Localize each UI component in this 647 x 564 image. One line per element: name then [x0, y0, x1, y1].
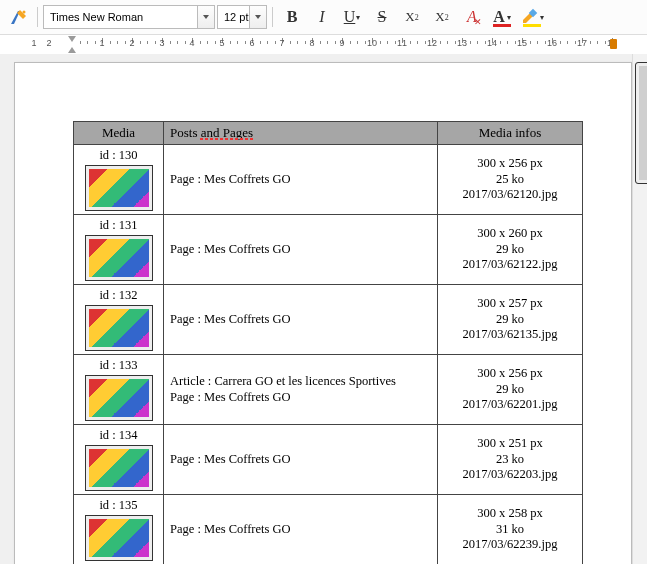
media-id: id : 132: [80, 288, 157, 303]
chevron-down-icon: [197, 6, 214, 28]
media-thumbnail: [85, 305, 153, 351]
clear-formatting-button[interactable]: A✕: [458, 3, 486, 31]
media-filesize: 29 ko: [444, 312, 576, 328]
media-path: 2017/03/62120.jpg: [444, 187, 576, 203]
horizontal-ruler[interactable]: 12123456789101112131415161718: [0, 35, 647, 56]
posts-cell: Page : Mes Coffrets GO: [164, 215, 438, 285]
col-header-media: Media: [74, 122, 164, 145]
media-id: id : 134: [80, 428, 157, 443]
media-cell: id : 133: [74, 355, 164, 425]
media-id: id : 133: [80, 358, 157, 373]
media-cell: id : 130: [74, 145, 164, 215]
media-dimensions: 300 x 257 px: [444, 296, 576, 312]
media-thumbnail: [85, 445, 153, 491]
media-id: id : 130: [80, 148, 157, 163]
font-name-select[interactable]: Times New Roman: [43, 5, 215, 29]
media-dimensions: 300 x 260 px: [444, 226, 576, 242]
table-row: id : 131Page : Mes Coffrets GO300 x 260 …: [74, 215, 583, 285]
media-path: 2017/03/62239.jpg: [444, 537, 576, 553]
spellcheck-squiggle: [200, 138, 255, 140]
separator: [272, 7, 273, 27]
update-style-icon[interactable]: [4, 3, 32, 31]
posts-cell: Page : Mes Coffrets GO: [164, 495, 438, 565]
underline-button[interactable]: U▾: [338, 3, 366, 31]
posts-line: Page : Mes Coffrets GO: [170, 172, 431, 188]
superscript-button[interactable]: X2: [398, 3, 426, 31]
media-cell: id : 131: [74, 215, 164, 285]
document-page: Media Posts and Pages Media infos id : 1…: [14, 62, 632, 564]
media-dimensions: 300 x 258 px: [444, 506, 576, 522]
italic-button[interactable]: I: [308, 3, 336, 31]
media-path: 2017/03/62201.jpg: [444, 397, 576, 413]
media-thumbnail: [85, 165, 153, 211]
media-cell: id : 135: [74, 495, 164, 565]
posts-line: Page : Mes Coffrets GO: [170, 242, 431, 258]
media-filesize: 25 ko: [444, 172, 576, 188]
col-header-posts: Posts and Pages: [164, 122, 438, 145]
posts-line: Page : Mes Coffrets GO: [170, 452, 431, 468]
separator: [37, 7, 38, 27]
media-filesize: 29 ko: [444, 242, 576, 258]
media-thumbnail: [85, 515, 153, 561]
media-path: 2017/03/62122.jpg: [444, 257, 576, 273]
posts-line: Page : Mes Coffrets GO: [170, 390, 431, 406]
vertical-scrollbar[interactable]: [632, 54, 647, 564]
media-filesize: 29 ko: [444, 382, 576, 398]
media-dimensions: 300 x 256 px: [444, 156, 576, 172]
document-content[interactable]: Media Posts and Pages Media infos id : 1…: [15, 63, 631, 564]
media-path: 2017/03/62135.jpg: [444, 327, 576, 343]
posts-cell: Page : Mes Coffrets GO: [164, 425, 438, 495]
posts-cell: Page : Mes Coffrets GO: [164, 285, 438, 355]
media-dimensions: 300 x 256 px: [444, 366, 576, 382]
media-dimensions: 300 x 251 px: [444, 436, 576, 452]
media-cell: id : 132: [74, 285, 164, 355]
posts-cell: Page : Mes Coffrets GO: [164, 145, 438, 215]
info-cell: 300 x 260 px29 ko2017/03/62122.jpg: [438, 215, 583, 285]
media-cell: id : 134: [74, 425, 164, 495]
subscript-button[interactable]: X2: [428, 3, 456, 31]
document-workspace: Media Posts and Pages Media infos id : 1…: [0, 54, 647, 564]
posts-line: Article : Carrera GO et les licences Spo…: [170, 374, 431, 390]
font-color-button[interactable]: A▾: [488, 3, 516, 31]
info-cell: 300 x 251 px23 ko2017/03/62203.jpg: [438, 425, 583, 495]
media-id: id : 135: [80, 498, 157, 513]
table-header-row: Media Posts and Pages Media infos: [74, 122, 583, 145]
media-filesize: 31 ko: [444, 522, 576, 538]
font-name-value: Times New Roman: [44, 11, 197, 23]
scrollbar-thumb[interactable]: [635, 62, 647, 184]
bold-button[interactable]: B: [278, 3, 306, 31]
info-cell: 300 x 257 px29 ko2017/03/62135.jpg: [438, 285, 583, 355]
posts-line: Page : Mes Coffrets GO: [170, 522, 431, 538]
media-path: 2017/03/62203.jpg: [444, 467, 576, 483]
table-row: id : 134Page : Mes Coffrets GO300 x 251 …: [74, 425, 583, 495]
table-row: id : 135Page : Mes Coffrets GO300 x 258 …: [74, 495, 583, 565]
info-cell: 300 x 258 px31 ko2017/03/62239.jpg: [438, 495, 583, 565]
media-filesize: 23 ko: [444, 452, 576, 468]
table-row: id : 132Page : Mes Coffrets GO300 x 257 …: [74, 285, 583, 355]
media-table: Media Posts and Pages Media infos id : 1…: [73, 121, 583, 564]
media-id: id : 131: [80, 218, 157, 233]
col-header-info: Media infos: [438, 122, 583, 145]
strikethrough-button[interactable]: S: [368, 3, 396, 31]
highlight-color-button[interactable]: ▾: [518, 3, 546, 31]
chevron-down-icon: [249, 6, 266, 28]
info-cell: 300 x 256 px25 ko2017/03/62120.jpg: [438, 145, 583, 215]
font-size-select[interactable]: 12 pt: [217, 5, 267, 29]
font-size-value: 12 pt: [218, 11, 249, 23]
media-thumbnail: [85, 235, 153, 281]
table-row: id : 133Article : Carrera GO et les lice…: [74, 355, 583, 425]
info-cell: 300 x 256 px29 ko2017/03/62201.jpg: [438, 355, 583, 425]
posts-line: Page : Mes Coffrets GO: [170, 312, 431, 328]
formatting-toolbar: Times New Roman 12 pt B I U▾ S X2 X2 A✕ …: [0, 0, 647, 35]
media-thumbnail: [85, 375, 153, 421]
svg-point-0: [23, 11, 26, 14]
table-row: id : 130Page : Mes Coffrets GO300 x 256 …: [74, 145, 583, 215]
posts-cell: Article : Carrera GO et les licences Spo…: [164, 355, 438, 425]
